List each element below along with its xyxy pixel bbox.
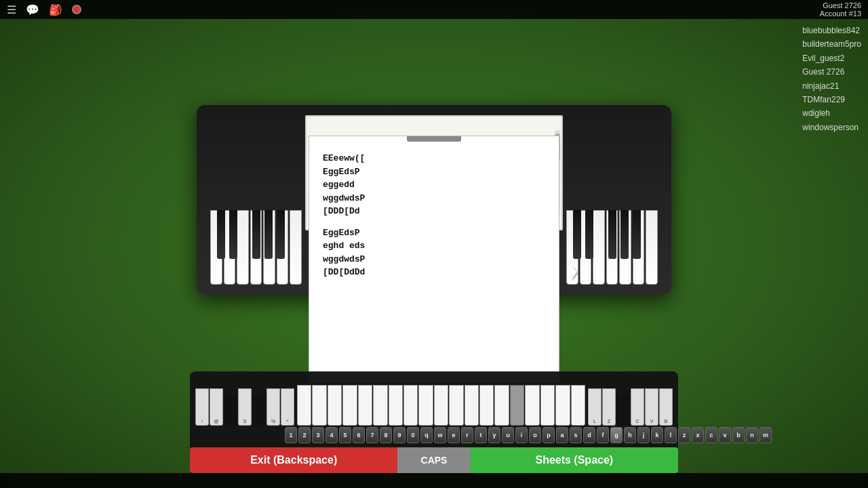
exit-button[interactable]: Exit (Backspace) xyxy=(190,447,397,473)
black-key[interactable] xyxy=(573,210,581,259)
black-vis-key[interactable] xyxy=(252,395,266,426)
special-key-Z[interactable]: Z xyxy=(602,388,616,426)
key-j[interactable]: j xyxy=(637,427,650,443)
key-n[interactable]: n xyxy=(746,427,758,443)
bag-icon[interactable]: 🎒 xyxy=(49,3,62,16)
vis-key-w[interactable] xyxy=(312,385,326,426)
black-key[interactable] xyxy=(229,210,237,259)
key-d[interactable]: d xyxy=(583,427,595,443)
vis-key-u[interactable] xyxy=(389,385,403,426)
key-e[interactable]: e xyxy=(448,427,460,443)
sheet-line-2: eggedd xyxy=(323,178,545,192)
special-key-pct[interactable]: % xyxy=(267,388,280,426)
user-info: Guest 2726 Account #13 xyxy=(820,1,861,18)
special-key-2[interactable]: @ xyxy=(210,388,223,426)
key-1[interactable]: 1 xyxy=(285,427,297,443)
vis-key-j[interactable] xyxy=(540,385,555,426)
key-9[interactable]: 9 xyxy=(393,427,406,443)
bottom-bar xyxy=(0,473,868,488)
black-key[interactable] xyxy=(633,210,641,259)
key-h[interactable]: h xyxy=(624,427,636,443)
caps-button[interactable]: CAPS xyxy=(397,447,470,473)
key-x[interactable]: x xyxy=(692,427,704,443)
vis-key-f[interactable] xyxy=(494,385,509,426)
sheet-music-popup: EEeeww([ EggEdsP eggedd wggdwdsP [DDD[Dd… xyxy=(309,136,559,383)
key-p[interactable]: p xyxy=(542,427,555,443)
sheet-line-1: EggEdsP xyxy=(323,165,545,179)
vis-key-g-highlight[interactable] xyxy=(510,385,524,426)
key-v[interactable]: v xyxy=(719,427,731,443)
vis-key-p[interactable] xyxy=(434,385,448,426)
player-wdigleh: wdigleh xyxy=(802,106,861,120)
key-q[interactable]: q xyxy=(420,427,433,443)
key-f[interactable]: f xyxy=(597,427,609,443)
username: Guest 2726 xyxy=(823,1,861,9)
vis-key-q[interactable] xyxy=(297,385,311,426)
key-6[interactable]: 6 xyxy=(353,427,365,443)
special-key-1[interactable]: ! xyxy=(195,388,209,426)
key-c[interactable]: c xyxy=(705,427,717,443)
black-vis-key-r[interactable] xyxy=(616,395,630,426)
key-5[interactable]: 5 xyxy=(339,427,351,443)
sheet-line-8: wggdwdsP xyxy=(323,253,545,266)
special-key-L[interactable]: L xyxy=(588,388,601,426)
vis-key-o[interactable] xyxy=(418,385,433,426)
vis-key-e[interactable] xyxy=(328,385,342,426)
special-key-C[interactable]: C xyxy=(631,388,644,426)
black-key[interactable] xyxy=(585,210,593,259)
vis-key-a[interactable] xyxy=(449,385,463,426)
record-icon[interactable] xyxy=(72,5,81,14)
vis-key-h[interactable] xyxy=(525,385,539,426)
chat-icon[interactable]: 💬 xyxy=(26,3,39,16)
black-key[interactable] xyxy=(608,210,616,259)
key-a[interactable]: a xyxy=(556,427,568,443)
key-k[interactable]: k xyxy=(651,427,663,443)
key-2[interactable]: 2 xyxy=(298,427,311,443)
vis-key-k[interactable] xyxy=(555,385,570,426)
special-key-caret[interactable]: ^ xyxy=(281,388,294,426)
key-3[interactable]: 3 xyxy=(312,427,324,443)
special-key-V[interactable]: V xyxy=(645,388,658,426)
special-key-B[interactable]: B xyxy=(659,388,673,426)
key-u[interactable]: u xyxy=(502,427,514,443)
key-0[interactable]: 0 xyxy=(407,427,419,443)
black-key[interactable] xyxy=(277,210,285,259)
key-i[interactable]: i xyxy=(515,427,528,443)
key-g-highlight[interactable]: g xyxy=(610,427,623,443)
player-ninjajac: ninjajac21 xyxy=(802,79,861,93)
key-8[interactable]: 8 xyxy=(380,427,392,443)
special-key-s[interactable]: S xyxy=(238,388,252,426)
sheets-button[interactable]: Sheets (Space) xyxy=(471,447,678,473)
control-buttons: Exit (Backspace) CAPS Sheets (Space) xyxy=(190,447,678,473)
black-key[interactable] xyxy=(217,210,225,259)
key-4[interactable]: 4 xyxy=(326,427,338,443)
vis-key-t[interactable] xyxy=(358,385,372,426)
menu-icon[interactable]: ☰ xyxy=(7,3,16,16)
vis-key-s[interactable] xyxy=(465,385,479,426)
key-t[interactable]: t xyxy=(475,427,487,443)
keyboard-area: ! @ S % ^ xyxy=(190,371,678,473)
key-r[interactable]: r xyxy=(461,427,473,443)
key-m[interactable]: m xyxy=(760,427,772,443)
black-key[interactable] xyxy=(264,210,273,259)
sheet-line-6: EggEdsP xyxy=(323,226,545,240)
visual-piano-keys: ! @ S % ^ xyxy=(190,375,678,426)
black-key[interactable] xyxy=(620,210,629,259)
vis-key-r[interactable] xyxy=(342,385,357,426)
black-key[interactable] xyxy=(252,210,260,259)
key-b[interactable]: b xyxy=(732,427,745,443)
key-y[interactable]: y xyxy=(488,427,500,443)
vis-key-y[interactable] xyxy=(373,385,387,426)
vis-key-i[interactable] xyxy=(403,385,418,426)
key-o[interactable]: o xyxy=(529,427,541,443)
key-w[interactable]: w xyxy=(434,427,446,443)
key-z[interactable]: z xyxy=(678,427,690,443)
key-l[interactable]: l xyxy=(665,427,677,443)
sheet-line-7: eghd eds xyxy=(323,239,545,253)
key-s[interactable]: s xyxy=(570,427,582,443)
vis-key-d[interactable] xyxy=(479,385,494,426)
key-7[interactable]: 7 xyxy=(366,427,378,443)
black-vis-key[interactable] xyxy=(224,395,237,426)
vis-key-l[interactable] xyxy=(571,385,585,426)
player-guest2726: Guest 2726 xyxy=(802,65,861,79)
